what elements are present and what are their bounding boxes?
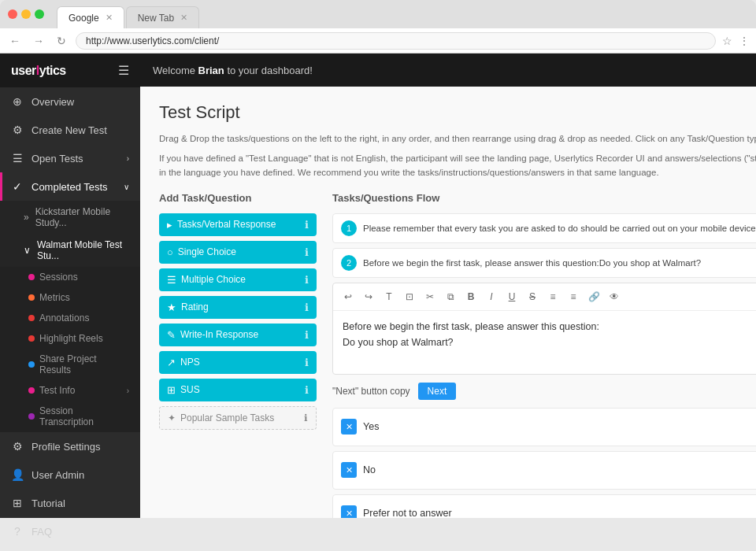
tool-unordered-list[interactable]: ≡ bbox=[544, 288, 561, 305]
close-dot[interactable] bbox=[8, 9, 17, 19]
tool-copy[interactable]: ⧉ bbox=[442, 288, 459, 305]
answer-remove-yes[interactable]: ✕ bbox=[341, 419, 357, 435]
sidebar-item-open-tests[interactable]: ☰ Open Tests › bbox=[0, 144, 140, 172]
tab-label: New Tab bbox=[138, 13, 174, 24]
task-btn-sus[interactable]: ⊞ SUS ℹ bbox=[159, 379, 317, 401]
answer-remove-no[interactable]: ✕ bbox=[341, 462, 357, 478]
editor-line-1: Before we begin the first task, please a… bbox=[343, 319, 756, 335]
sidebar-item-walmart[interactable]: ∨ Walmart Mobile Test Stu... bbox=[0, 234, 140, 267]
menu-icon[interactable]: ⋮ bbox=[739, 35, 750, 47]
info-icon[interactable]: ℹ bbox=[304, 412, 308, 423]
sidebar-item-overview[interactable]: ⊕ Overview bbox=[0, 87, 140, 116]
tool-link[interactable]: 🔗 bbox=[585, 288, 602, 305]
next-button-row: "Next" button copy Next bbox=[332, 383, 756, 400]
task-btn-label: SUS bbox=[180, 384, 300, 395]
verbal-response-icon: ▸ bbox=[167, 219, 172, 231]
answer-remove-prefer[interactable]: ✕ bbox=[341, 505, 357, 518]
tool-preview[interactable]: 👁 bbox=[606, 288, 623, 305]
answer-text-no: No bbox=[363, 464, 756, 475]
browser-chrome: Google ✕ New Tab ✕ ← → ↻ http://www.user… bbox=[0, 0, 756, 54]
test-info-dot bbox=[28, 387, 35, 394]
question-text-1: Please remember that every task you are … bbox=[363, 224, 756, 233]
tool-bold[interactable]: B bbox=[462, 288, 480, 305]
sidebar-item-tutorial[interactable]: ⊞ Tutorial bbox=[0, 489, 140, 517]
task-btn-nps[interactable]: ↗ NPS ℹ bbox=[159, 351, 317, 374]
task-btn-label: Tasks/Verbal Response bbox=[177, 219, 300, 230]
tab-close-icon[interactable]: ✕ bbox=[180, 13, 187, 23]
tool-table[interactable]: ⊡ bbox=[401, 288, 418, 305]
back-button[interactable]: ← bbox=[6, 33, 24, 49]
sidebar-item-create-new-test[interactable]: ⚙ Create New Test bbox=[0, 116, 140, 144]
sidebar-item-add-ons[interactable]: + Add-ons bbox=[0, 545, 140, 551]
sidebar-item-sessions[interactable]: Sessions bbox=[0, 267, 140, 287]
sub-sub-label: Metrics bbox=[39, 292, 70, 303]
task-btn-write-in[interactable]: ✎ Write-In Response ℹ bbox=[159, 324, 317, 346]
sidebar-item-user-admin[interactable]: 👤 User Admin bbox=[0, 460, 140, 489]
browser-dots bbox=[8, 9, 44, 19]
browser-tab-newtab[interactable]: New Tab ✕ bbox=[126, 6, 199, 28]
forward-button[interactable]: → bbox=[30, 33, 47, 49]
info-icon[interactable]: ℹ bbox=[305, 357, 309, 368]
task-btn-rating[interactable]: ★ Rating ℹ bbox=[159, 296, 317, 319]
popular-sample-tasks-btn[interactable]: ✦ Popular Sample Tasks ℹ bbox=[159, 406, 317, 430]
share-dot bbox=[28, 361, 35, 368]
bookmark-icon[interactable]: ☆ bbox=[722, 35, 732, 47]
info-icon[interactable]: ℹ bbox=[305, 384, 309, 396]
info-icon[interactable]: ℹ bbox=[305, 274, 309, 286]
tool-text[interactable]: T bbox=[380, 288, 398, 305]
tool-undo[interactable]: ↩ bbox=[339, 288, 357, 305]
info-icon[interactable]: ℹ bbox=[305, 329, 309, 341]
editor-body[interactable]: Before we begin the first task, please a… bbox=[333, 311, 756, 374]
tool-ordered-list[interactable]: ≡ bbox=[565, 288, 582, 305]
editor-toolbar: ↩ ↪ T ⊡ ✂ ⧉ B I U S ≡ ≡ 🔗 bbox=[333, 283, 756, 311]
star-icon: ✦ bbox=[168, 412, 176, 423]
rating-icon: ★ bbox=[167, 301, 176, 313]
tool-redo[interactable]: ↪ bbox=[360, 288, 377, 305]
sidebar-item-annotations[interactable]: Annotations bbox=[0, 308, 140, 328]
sidebar-item-profile-settings[interactable]: ⚙ Profile Settings bbox=[0, 432, 140, 460]
tool-cut[interactable]: ✂ bbox=[421, 288, 439, 305]
tool-italic[interactable]: I bbox=[483, 288, 500, 305]
task-btn-verbal-response[interactable]: ▸ Tasks/Verbal Response ℹ bbox=[159, 213, 317, 236]
next-button-preview[interactable]: Next bbox=[418, 383, 457, 400]
two-column-layout: Add Task/Question ▸ Tasks/Verbal Respons… bbox=[159, 192, 756, 518]
welcome-prefix: Welcome bbox=[153, 65, 198, 76]
test-info-chevron: › bbox=[127, 386, 129, 395]
maximize-dot[interactable] bbox=[35, 9, 44, 19]
question-text-2: Before we begin the first task, please a… bbox=[363, 258, 756, 268]
sidebar-item-kickstarter[interactable]: » Kickstarter Mobile Study... bbox=[0, 201, 140, 234]
info-icon[interactable]: ℹ bbox=[305, 301, 309, 313]
completed-tests-icon: ✓ bbox=[11, 180, 24, 193]
next-button-copy-label: "Next" button copy bbox=[332, 386, 410, 397]
refresh-button[interactable]: ↻ bbox=[54, 33, 69, 49]
task-btn-multiple-choice[interactable]: ☰ Multiple Choice ℹ bbox=[159, 268, 317, 291]
sub-sub-label: Highlight Reels bbox=[39, 333, 103, 344]
tool-strikethrough[interactable]: S bbox=[524, 288, 541, 305]
answer-text-yes: Yes bbox=[363, 421, 756, 432]
overview-icon: ⊕ bbox=[11, 95, 24, 108]
url-bar[interactable]: http://www.userlytics.com/client/ bbox=[76, 32, 716, 50]
nps-icon: ↗ bbox=[167, 357, 176, 368]
task-btn-single-choice[interactable]: ○ Single Choice ℹ bbox=[159, 241, 317, 264]
info-icon[interactable]: ℹ bbox=[305, 246, 309, 258]
tool-underline[interactable]: U bbox=[503, 288, 521, 305]
sidebar-item-test-info[interactable]: Test Info › bbox=[0, 380, 140, 401]
right-panel: Welcome Brian to your dashboard! + ✉ Tes… bbox=[140, 54, 756, 518]
tab-close-icon[interactable]: ✕ bbox=[106, 13, 113, 23]
transcription-dot bbox=[28, 413, 35, 420]
minimize-dot[interactable] bbox=[21, 9, 31, 19]
sidebar-item-metrics[interactable]: Metrics bbox=[0, 287, 140, 308]
hamburger-icon[interactable]: ☰ bbox=[118, 63, 129, 78]
sub-sub-label: Share Project Results bbox=[39, 353, 129, 375]
info-icon[interactable]: ℹ bbox=[305, 219, 309, 231]
app-wrapper: userlytics ☰ ⊕ Overview ⚙ Create New Tes… bbox=[0, 54, 756, 518]
sidebar-item-highlight-reels[interactable]: Highlight Reels bbox=[0, 328, 140, 349]
sidebar-item-share-project[interactable]: Share Project Results bbox=[0, 349, 140, 380]
sidebar-item-faq[interactable]: ? FAQ bbox=[0, 517, 140, 545]
add-task-title: Add Task/Question bbox=[159, 192, 317, 204]
sidebar-item-label: User Admin bbox=[32, 469, 84, 481]
browser-tab-google[interactable]: Google ✕ bbox=[57, 6, 124, 28]
sidebar-item-session-transcription[interactable]: Session Transcription bbox=[0, 401, 140, 432]
sidebar-item-label: Create New Test bbox=[32, 124, 107, 136]
sidebar-item-completed-tests[interactable]: ✓ Completed Tests ∨ bbox=[0, 172, 140, 201]
